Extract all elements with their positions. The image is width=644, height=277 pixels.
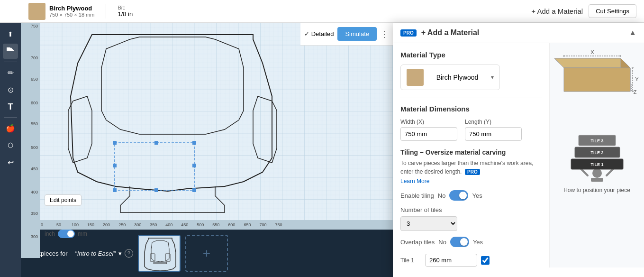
svg-rect-6 (154, 141, 158, 145)
modal: PRO + Add a Material ▲ Material Type Bir… (393, 23, 644, 277)
workpieces-label: Workpieces for "Intro to Easel" ▾ ? (27, 249, 133, 258)
unit-inch-label: inch (45, 231, 55, 237)
modal-title: + Add a Material (421, 28, 629, 37)
tiling-title: Tiling – Oversize material carving (400, 148, 542, 156)
material-select-arrow: ▾ (491, 74, 494, 81)
material-dims-title: Material Dimensions (400, 105, 542, 113)
material-select-button[interactable]: Birch Plywood ▾ (400, 65, 500, 90)
edit-points-button[interactable]: Edit points (45, 194, 82, 206)
tiling-section: Tiling – Oversize material carving To ca… (400, 148, 542, 268)
modal-scroll-up-button[interactable]: ▲ (629, 28, 636, 37)
overlap-no-label: No (438, 239, 446, 246)
toggle-yes-label: Yes (472, 192, 482, 199)
toolbar-icon-shapes[interactable] (3, 44, 18, 59)
number-of-tiles-select[interactable]: 1 2 3 4 5 (400, 216, 457, 231)
length-y-field: Length (Y) (465, 119, 522, 141)
svg-rect-4 (115, 143, 194, 190)
material-select-thumb (407, 69, 424, 86)
material-type-section: Material Type Birch Plywood ▾ (400, 51, 542, 90)
toolbar-icon-pen[interactable]: ✏ (3, 65, 18, 80)
svg-text:TILE 3: TILE 3 (590, 138, 603, 143)
overlap-yes-label: Yes (473, 239, 483, 246)
svg-text:X: X (590, 49, 594, 55)
svg-text:TILE 2: TILE 2 (590, 150, 603, 155)
svg-rect-31 (591, 178, 603, 182)
material-dimensions-section: Material Dimensions Width (X) Length (Y) (400, 105, 542, 141)
plywood-3d-svg: X Y Z (554, 49, 640, 115)
how-to-label: How to position your piece (563, 186, 630, 194)
svg-rect-12 (192, 188, 196, 192)
cut-settings-button[interactable]: Cut Settings (589, 4, 636, 18)
svg-rect-5 (113, 141, 117, 145)
svg-rect-8 (113, 164, 117, 167)
tile1-checkbox[interactable] (481, 256, 490, 265)
enable-tiling-toggle[interactable] (449, 190, 468, 201)
material-info: Birch Plywood 750 × 750 × 18 mm (21, 3, 102, 20)
workpiece-add-button[interactable]: + (185, 235, 228, 272)
unit-mm-label: mm (78, 231, 87, 237)
overlap-tiles-label: Overlap tiles (400, 239, 435, 246)
svg-marker-17 (554, 58, 630, 68)
pro-inline-badge: PRO (465, 169, 480, 175)
svg-text:Z: Z (633, 89, 636, 95)
material-select-name: Birch Plywood (428, 74, 486, 81)
number-of-tiles-label: Number of tiles (400, 206, 542, 213)
toolbar-icon-3d[interactable]: ⬡ (3, 138, 18, 153)
material-thumbnail (28, 3, 45, 20)
enable-tiling-row: Enable tiling No Yes (400, 190, 542, 201)
material-dims: 750 × 750 × 18 mm (49, 12, 94, 18)
overlap-tiling-toggle[interactable] (450, 237, 469, 247)
toolbar-icon-arrow[interactable]: ⬆ (3, 27, 18, 42)
tile-inputs: Tile 1 Tile 2 Tile 3 (400, 254, 542, 268)
svg-rect-11 (154, 188, 158, 192)
svg-rect-7 (192, 141, 196, 145)
dropdown-icon[interactable]: ▾ (118, 250, 122, 257)
toolbar-icon-circle[interactable]: ⊙ (3, 82, 18, 97)
toolbar-sep-2 (4, 117, 17, 118)
modal-header: PRO + Add a Material ▲ (393, 23, 644, 43)
width-x-input[interactable] (400, 127, 457, 141)
tile1-label: Tile 1 (400, 257, 421, 264)
tiling-desc: To carve pieces larger than the machine'… (400, 159, 542, 176)
svg-text:TILE 1: TILE 1 (590, 162, 603, 167)
help-icon[interactable]: ? (125, 249, 133, 258)
svg-rect-10 (113, 188, 117, 192)
add-material-button[interactable]: + Add a Material (531, 7, 583, 15)
toolbar-icon-import[interactable]: ↩ (3, 155, 18, 170)
width-x-label: Width (X) (400, 119, 457, 125)
tile-diagram-svg: TILE 1 TILE 2 TILE 3 (562, 121, 633, 183)
workpiece-thumb-1[interactable] (138, 235, 181, 272)
enable-tiling-label: Enable tiling (400, 192, 434, 199)
width-x-field: Width (X) (400, 119, 457, 141)
tile1-input[interactable] (425, 254, 477, 267)
add-workpiece-icon: + (203, 246, 210, 261)
svg-rect-9 (192, 164, 196, 167)
unit-toggle: inch mm (45, 230, 87, 238)
detailed-button[interactable]: ✓ Detailed (304, 30, 334, 37)
toolbar-icon-image[interactable]: 🍎 (3, 120, 18, 136)
learn-more-link[interactable]: Learn More (400, 178, 542, 185)
length-y-input[interactable] (465, 127, 522, 141)
toolbar-sep-1 (4, 62, 17, 62)
length-y-label: Length (Y) (465, 119, 522, 125)
modal-scroll-indicator (393, 268, 644, 277)
ruler-corner (21, 220, 40, 230)
simulate-button[interactable]: Simulate (337, 27, 377, 41)
overlap-tiles-row: Overlap tiles No Yes (400, 237, 542, 247)
pro-badge: PRO (400, 29, 417, 37)
tile1-row: Tile 1 (400, 254, 542, 267)
svg-rect-13 (139, 236, 181, 272)
bit-label: Bit: (118, 5, 133, 10)
material-type-title: Material Type (400, 51, 542, 59)
modal-left-content: Material Type Birch Plywood ▾ Material D… (393, 43, 549, 268)
toolbar-icon-text[interactable]: T (3, 99, 18, 114)
more-options-button[interactable]: ⋮ (381, 29, 389, 39)
number-of-tiles-row: Number of tiles 1 2 3 4 5 (400, 206, 542, 231)
unit-toggle-switch[interactable] (58, 230, 75, 238)
svg-text:Y: Y (635, 76, 639, 82)
bit-section: Bit: 1/8 in (110, 5, 140, 18)
checkmark-icon: ✓ (304, 30, 309, 37)
bit-value: 1/8 in (118, 10, 133, 18)
left-toolbar: ⬆ ✏ ⊙ T 🍎 ⬡ ↩ (0, 23, 21, 277)
svg-point-30 (592, 168, 602, 178)
